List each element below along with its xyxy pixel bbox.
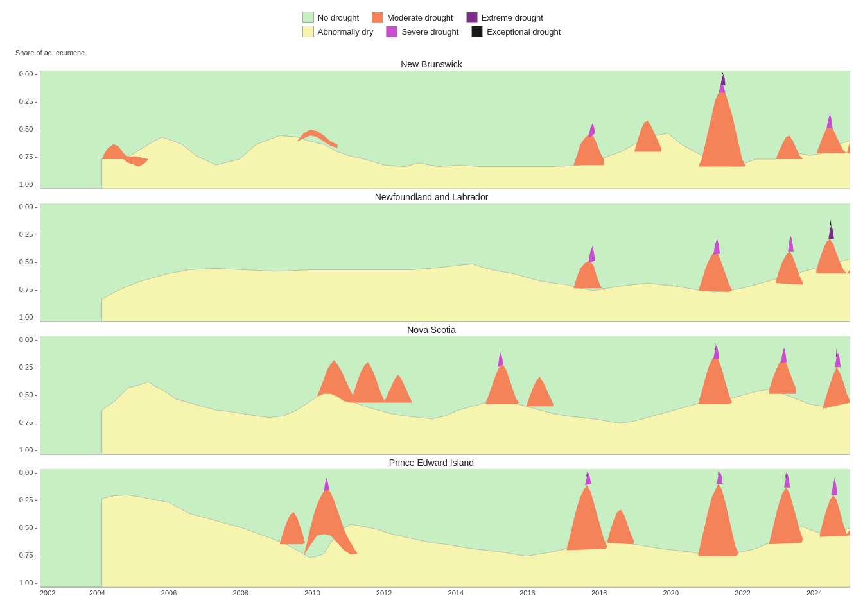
moderate-drought-swatch	[372, 12, 383, 23]
chart-nova-scotia: Nova Scotia 1.00 - 0.75 - 0.50 - 0.25 - …	[13, 325, 850, 455]
chart-new-brunswick: New Brunswick 1.00 - 0.75 - 0.50 - 0.25 …	[13, 59, 850, 189]
chart-nova-scotia-title: Nova Scotia	[13, 325, 850, 335]
chart-plot-nfl	[40, 203, 850, 322]
y-axis-label: Share of ag. ecumene	[15, 49, 850, 56]
x-tick-2012: 2012	[348, 589, 420, 597]
legend: No drought Moderate drought Extreme drou…	[13, 6, 850, 42]
x-tick-2022: 2022	[707, 589, 779, 597]
chart-nfl-title: Newfoundland and Labrador	[13, 192, 850, 202]
legend-extreme-drought: Extreme drought	[466, 12, 543, 23]
legend-extreme-drought-label: Extreme drought	[482, 13, 543, 22]
legend-no-drought: No drought	[302, 12, 359, 23]
legend-severe-drought: Severe drought	[386, 26, 458, 37]
x-tick-2024: 2024	[778, 589, 850, 597]
chart-plot-ns	[40, 336, 850, 455]
x-tick-2008: 2008	[205, 589, 277, 597]
legend-abnormally-dry: Abnormally dry	[302, 26, 374, 37]
charts-area: New Brunswick 1.00 - 0.75 - 0.50 - 0.25 …	[13, 59, 850, 588]
chart-new-brunswick-title: New Brunswick	[13, 59, 850, 69]
legend-exceptional-drought-label: Exceptional drought	[487, 27, 561, 37]
x-tick-2018: 2018	[563, 589, 635, 597]
y-axis-nb: 1.00 - 0.75 - 0.50 - 0.25 - 0.00 -	[13, 71, 40, 189]
chart-plot-pei	[40, 469, 850, 588]
y-axis-nfl: 1.00 - 0.75 - 0.50 - 0.25 - 0.00 -	[13, 203, 40, 322]
y-axis-pei: 1.00 - 0.75 - 0.50 - 0.25 - 0.00 -	[13, 469, 40, 588]
legend-abnormally-dry-label: Abnormally dry	[318, 27, 374, 37]
x-axis: 2002 2004 2006 2008 2010 2012 2014 2016 …	[40, 588, 850, 597]
y-axis-ns: 1.00 - 0.75 - 0.50 - 0.25 - 0.00 -	[13, 336, 40, 455]
no-drought-swatch	[302, 12, 314, 23]
legend-severe-drought-label: Severe drought	[401, 27, 458, 37]
chart-plot-nb	[40, 71, 850, 189]
chart-pei: Prince Edward Island 1.00 - 0.75 - 0.50 …	[13, 458, 850, 588]
chart-pei-title: Prince Edward Island	[13, 458, 850, 468]
legend-no-drought-label: No drought	[318, 13, 359, 22]
main-container: No drought Moderate drought Extreme drou…	[0, 0, 863, 616]
severe-drought-swatch	[386, 26, 397, 37]
legend-exceptional-drought: Exceptional drought	[471, 26, 561, 37]
exceptional-drought-swatch	[471, 26, 483, 37]
extreme-drought-swatch	[466, 12, 478, 23]
x-tick-2006: 2006	[133, 589, 205, 597]
x-tick-2016: 2016	[492, 589, 564, 597]
x-tick-2020: 2020	[635, 589, 707, 597]
x-tick-2014: 2014	[420, 589, 492, 597]
legend-moderate-drought-label: Moderate drought	[387, 13, 453, 22]
x-tick-2004: 2004	[62, 589, 134, 597]
legend-moderate-drought: Moderate drought	[372, 12, 453, 23]
x-tick-2002: 2002	[40, 589, 62, 597]
abnormally-dry-swatch	[302, 26, 314, 37]
x-tick-2010: 2010	[277, 589, 349, 597]
chart-nfl: Newfoundland and Labrador 1.00 - 0.75 - …	[13, 192, 850, 322]
